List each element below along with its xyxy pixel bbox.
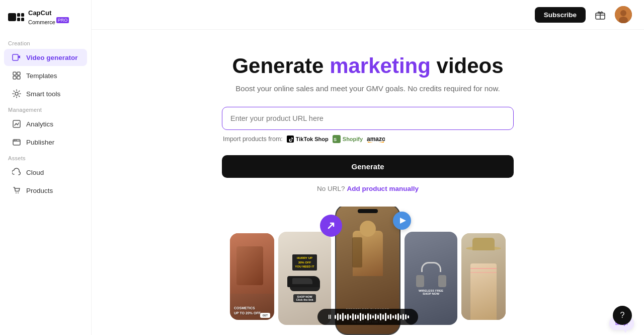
sidebar-item-products[interactable]: Products xyxy=(4,182,87,199)
preview-card-cosmetics: COSMETICSUP TO 20% OFF GET xyxy=(230,233,274,320)
svg-rect-6 xyxy=(13,72,16,75)
svg-rect-2 xyxy=(17,18,20,21)
sidebar-item-label: Cloud xyxy=(26,169,44,176)
subscribe-button[interactable]: Subscribe xyxy=(535,7,586,23)
svg-point-15 xyxy=(16,192,17,193)
generate-button[interactable]: Generate xyxy=(222,155,514,178)
sidebar-item-cloud[interactable]: Cloud xyxy=(4,164,87,181)
svg-text:amazon: amazon xyxy=(367,136,385,143)
video-generator-icon xyxy=(12,53,21,62)
pause-icon: ⏸ xyxy=(327,313,333,320)
hero-section: Generate marketing videos Boost your onl… xyxy=(92,30,644,207)
svg-rect-5 xyxy=(13,54,18,60)
analytics-icon xyxy=(12,119,21,128)
section-assets-label: Assets xyxy=(0,151,91,163)
sidebar-item-label: Products xyxy=(26,187,53,194)
help-button[interactable]: ? xyxy=(613,306,632,325)
svg-rect-7 xyxy=(17,72,20,75)
preview-section: COSMETICSUP TO 20% OFF GET HURRY UP30% O… xyxy=(92,207,644,335)
svg-rect-8 xyxy=(13,76,16,79)
preview-card-fashion xyxy=(461,233,506,320)
hero-title: Generate marketing videos xyxy=(104,54,632,78)
publisher-icon xyxy=(12,138,21,147)
shopify-platform: S Shopify xyxy=(333,135,363,143)
phone-notch xyxy=(358,209,378,213)
app-name: CapCutCommercePRO xyxy=(28,9,69,26)
svg-point-16 xyxy=(18,192,19,193)
svg-point-10 xyxy=(15,92,18,95)
logo-icon xyxy=(8,11,24,23)
sidebar-item-label: Video generator xyxy=(26,54,78,61)
section-creation-label: Creation xyxy=(0,36,91,48)
templates-icon xyxy=(12,71,21,80)
sidebar-item-label: Publisher xyxy=(26,139,54,146)
svg-rect-4 xyxy=(21,18,24,21)
cloud-icon xyxy=(12,168,21,177)
svg-rect-3 xyxy=(21,13,24,17)
svg-rect-1 xyxy=(17,13,20,17)
no-url-row: No URL? Add product manually xyxy=(222,185,514,192)
logo: CapCutCommercePRO xyxy=(0,8,91,36)
sidebar-item-label: Analytics xyxy=(26,120,53,128)
url-input-wrapper xyxy=(222,107,514,130)
svg-point-13 xyxy=(14,140,15,141)
avatar[interactable] xyxy=(615,6,632,23)
url-input[interactable] xyxy=(222,107,513,129)
svg-point-19 xyxy=(620,10,626,16)
waveform xyxy=(335,312,409,322)
sidebar-item-label: Templates xyxy=(26,72,57,80)
products-icon xyxy=(12,186,21,195)
hero-subtitle: Boost your online sales and meet your GM… xyxy=(104,84,632,93)
amazon-platform: amazon xyxy=(367,136,385,143)
sidebar-item-label: Smart tools xyxy=(26,90,60,98)
sidebar-item-templates[interactable]: Templates xyxy=(4,67,87,84)
sidebar-item-smart-tools[interactable]: Smart tools xyxy=(4,85,87,102)
audio-playback-bar: ⏸ xyxy=(317,309,418,325)
sidebar-item-publisher[interactable]: Publisher xyxy=(4,133,87,151)
pro-badge: PRO xyxy=(56,17,69,23)
add-product-manually-link[interactable]: Add product manually xyxy=(347,185,419,192)
topbar: Subscribe xyxy=(92,0,644,30)
svg-rect-9 xyxy=(17,76,20,79)
import-row: Import products from: TikTok Shop S Shop… xyxy=(222,135,514,143)
main-content: Subscribe Generate marketing videos Boos… xyxy=(92,0,644,335)
sidebar-item-analytics[interactable]: Analytics xyxy=(4,115,87,132)
svg-rect-0 xyxy=(8,13,16,21)
smart-tools-icon xyxy=(12,89,21,98)
tiktok-platform: TikTok Shop xyxy=(287,136,329,143)
sidebar-item-video-generator[interactable]: Video generator xyxy=(4,49,87,66)
input-area: Import products from: TikTok Shop S Shop… xyxy=(222,107,514,192)
svg-point-14 xyxy=(16,140,17,141)
svg-text:S: S xyxy=(334,137,337,142)
export-icon-circle xyxy=(320,215,342,237)
section-management-label: Management xyxy=(0,103,91,115)
gift-icon[interactable] xyxy=(592,6,609,23)
sidebar: CapCutCommercePRO Creation Video generat… xyxy=(0,0,92,335)
